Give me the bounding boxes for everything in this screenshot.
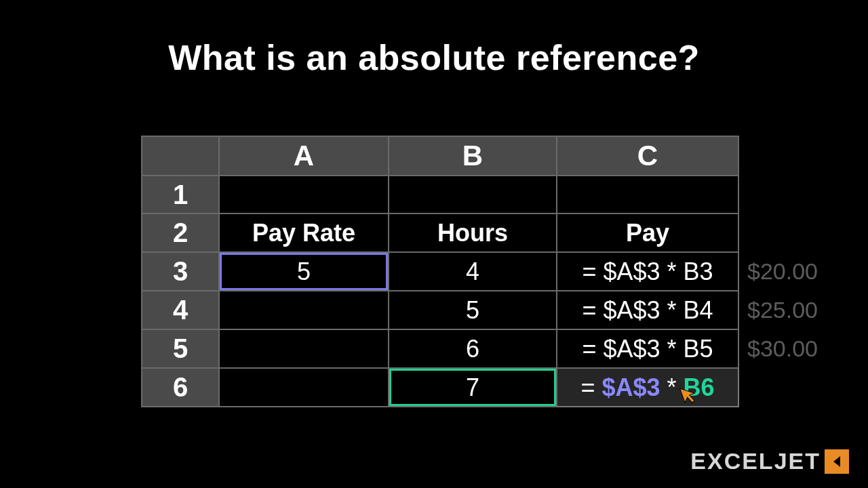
cell-c3[interactable]: = $A$3 * B3: [557, 252, 738, 291]
cell-c1[interactable]: [557, 176, 738, 214]
cell-c2[interactable]: Pay: [557, 214, 738, 252]
row-header-5: 5: [142, 329, 219, 368]
row-header-3: 3: [142, 252, 219, 291]
cell-b6[interactable]: 7: [389, 368, 557, 407]
result-c4: $25.00: [747, 291, 818, 329]
cell-c6[interactable]: = $A$3 * B6: [557, 368, 738, 407]
cell-a6[interactable]: [219, 368, 389, 407]
result-c3: $20.00: [747, 252, 818, 291]
brand-text: EXCELJET: [690, 448, 821, 474]
cell-b2[interactable]: Hours: [389, 214, 557, 252]
row-header-6: 6: [142, 368, 219, 407]
cell-a4[interactable]: [219, 291, 389, 329]
spreadsheet-stage: A B C 1 2 Pay Rate Hours Pay 3 5 4 = $A$…: [141, 136, 818, 407]
cell-a5[interactable]: [219, 329, 389, 368]
col-header-b: B: [389, 136, 557, 176]
result-c5: $30.00: [747, 329, 818, 368]
cell-a2[interactable]: Pay Rate: [219, 214, 389, 252]
spreadsheet-grid: A B C 1 2 Pay Rate Hours Pay 3 5 4 = $A$…: [141, 136, 739, 407]
cell-a3[interactable]: 5: [219, 252, 389, 291]
results-column: $20.00 $25.00 $30.00: [747, 136, 818, 368]
row-header-2: 2: [142, 214, 219, 252]
cell-c5[interactable]: = $A$3 * B5: [557, 329, 738, 368]
corner-cell: [142, 136, 219, 176]
cell-b1[interactable]: [389, 176, 557, 214]
cell-a1[interactable]: [219, 176, 389, 214]
page-title: What is an absolute reference?: [0, 0, 868, 78]
cell-c4[interactable]: = $A$3 * B4: [557, 291, 738, 329]
cell-b4[interactable]: 5: [389, 291, 557, 329]
col-header-a: A: [219, 136, 389, 176]
cell-b3[interactable]: 4: [389, 252, 557, 291]
brand-mark-icon: [825, 449, 849, 474]
brand-logo: EXCELJET: [690, 448, 849, 474]
row-header-1: 1: [142, 176, 219, 214]
cell-b5[interactable]: 6: [389, 329, 557, 368]
row-header-4: 4: [142, 291, 219, 329]
formula-absolute-ref: $A$3: [601, 373, 660, 401]
col-header-c: C: [557, 136, 738, 176]
formula-eq: =: [580, 373, 601, 401]
